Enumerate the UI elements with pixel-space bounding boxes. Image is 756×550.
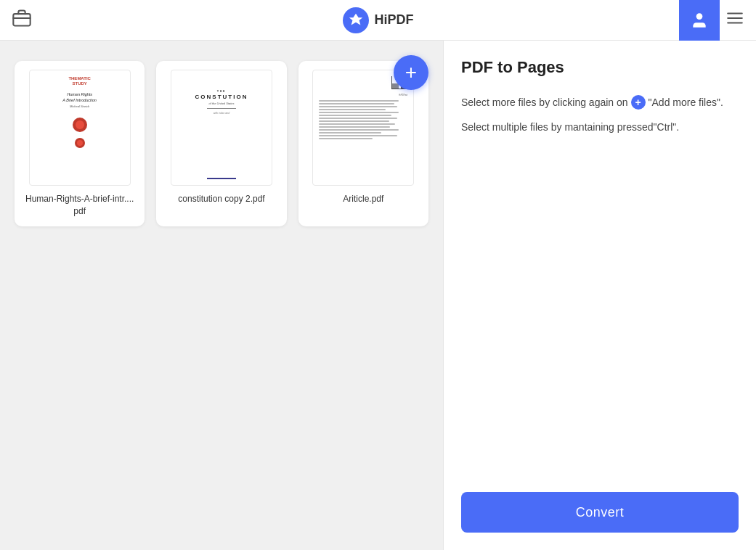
right-panel: PDF to Pages Select more files by clicki… [443,41,756,550]
header-right [679,0,744,41]
logo-icon [343,7,369,33]
info-text-1-pre: Select more files by clicking again on [461,94,628,110]
list-item[interactable]: THE CONSTUTION of the United States with… [156,61,286,226]
header: HiPDF [0,0,756,41]
add-files-button[interactable]: + [394,55,428,90]
file-thumbnail: HiPDFart [312,70,414,186]
header-left [12,8,32,33]
svg-rect-0 [13,14,30,25]
file-name: Ariticle.pdf [343,193,383,205]
briefcase-icon[interactable] [12,8,32,33]
add-files-icon-inline: + [631,95,646,110]
file-grid: THEMATICSTUDY Human RightsA Brief Introd… [15,55,428,226]
svg-point-3 [696,13,703,20]
thumbnail-title-red: THEMATICSTUDY [36,76,124,86]
file-thumbnail: THE CONSTUTION of the United States with… [171,70,272,186]
panel-title: PDF to Pages [461,58,739,77]
convert-button[interactable]: Convert [461,492,739,533]
file-name: Human-Rights-A-brief-intr....pdf [23,193,136,218]
file-thumbnail: THEMATICSTUDY Human RightsA Brief Introd… [29,70,131,186]
info-text-1-post: "Add more files". [649,94,723,110]
list-item[interactable]: THEMATICSTUDY Human RightsA Brief Introd… [15,61,145,226]
hamburger-menu-icon[interactable] [725,9,744,32]
file-grid-panel: + THEMATICSTUDY Human RightsA Brief Intr… [0,41,443,550]
main-layout: + THEMATICSTUDY Human RightsA Brief Intr… [0,0,756,550]
header-logo: HiPDF [343,7,414,33]
file-name: constitution copy 2.pdf [178,193,264,205]
info-text-1: Select more files by clicking again on +… [461,94,739,110]
info-text-2: Select multiple files by mantaining pres… [461,119,739,135]
logo-text: HiPDF [375,12,414,28]
user-avatar-button[interactable] [679,0,720,41]
thumbnail-subtitle: Human RightsA Brief IntroductionMicheal … [36,92,124,109]
